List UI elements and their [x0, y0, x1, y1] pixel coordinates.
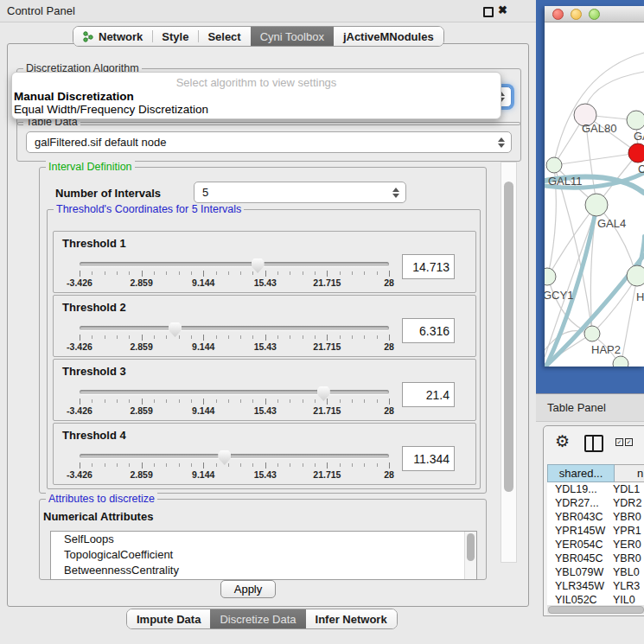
control-panel-titlebar: Control Panel ✖: [0, 0, 536, 22]
node-hap2[interactable]: [584, 326, 600, 341]
cell[interactable]: YBL0: [613, 566, 644, 578]
checkbox-icon[interactable]: ✓: [625, 438, 633, 446]
cell[interactable]: YBR045C: [547, 552, 613, 564]
attributes-group: Attributes to discretize Numerical Attri…: [39, 499, 487, 580]
threshold-4-value-field[interactable]: 11.344: [402, 446, 455, 471]
column-header-name[interactable]: n: [615, 464, 644, 482]
table-row[interactable]: YBL079WYBL0: [547, 565, 644, 579]
tab-infer-network-label: Infer Network: [316, 613, 387, 626]
cell[interactable]: YER0: [613, 539, 644, 551]
gear-icon[interactable]: ⚙: [555, 431, 570, 451]
table-row[interactable]: YDR27...YDR2: [547, 496, 644, 510]
threshold-2-value-field[interactable]: 6.316: [402, 318, 455, 343]
minimize-traffic-light-icon[interactable]: [571, 9, 582, 20]
dropdown-option-manual-discretization[interactable]: Manual Discretization: [12, 90, 501, 103]
node-h[interactable]: [627, 265, 644, 286]
attributes-group-title: Attributes to discretize: [46, 493, 157, 505]
list-item[interactable]: TopologicalCoefficient: [51, 547, 476, 563]
network-window[interactable]: GAL80 GA C GAL11 GAL4 GCY1 H HAP2: [545, 6, 644, 367]
slider-track[interactable]: [80, 454, 389, 458]
slider-track[interactable]: [80, 390, 389, 394]
numerical-attributes-list[interactable]: SelfLoops TopologicalCoefficient Between…: [50, 531, 477, 580]
node-label: GAL80: [582, 122, 616, 135]
slider-track[interactable]: [80, 262, 389, 266]
table-panel-title: Table Panel: [547, 401, 606, 414]
tick-label: 9.144: [192, 341, 214, 352]
scrollbar-thumb[interactable]: [504, 182, 513, 492]
threshold-3-slider[interactable]: -3.426 2.859 9.144 15.43 21.715 28: [80, 386, 389, 418]
tab-style[interactable]: Style: [152, 27, 198, 46]
cell[interactable]: YDR27...: [547, 497, 613, 509]
tick-label: 28: [384, 405, 394, 416]
cell[interactable]: YBL079W: [547, 566, 613, 578]
node-gal11[interactable]: [546, 157, 562, 173]
cell[interactable]: YDL1: [613, 483, 644, 495]
node-label: GAL11: [548, 175, 583, 188]
table-row[interactable]: YBR043CYBR0: [547, 510, 644, 524]
threshold-1-value-field[interactable]: 14.713: [402, 254, 455, 279]
zoom-traffic-light-icon[interactable]: [589, 9, 600, 20]
tab-select[interactable]: Select: [198, 27, 250, 46]
list-item[interactable]: SelfLoops: [51, 532, 476, 547]
cell[interactable]: YDL19...: [547, 483, 613, 495]
tick-label: 28: [384, 277, 394, 288]
tick-label: 21.715: [313, 341, 341, 352]
cell[interactable]: YIL052C: [547, 594, 613, 606]
network-canvas[interactable]: GAL80 GA C GAL11 GAL4 GCY1 H HAP2: [545, 22, 644, 367]
tab-cyni-toolbox[interactable]: Cyni Toolbox: [251, 27, 334, 46]
table-row[interactable]: YDL19...YDL1: [547, 482, 644, 496]
node-label: HAP2: [591, 343, 621, 356]
node-top-right[interactable]: [627, 111, 644, 130]
close-icon[interactable]: ✖: [498, 3, 507, 16]
cell[interactable]: YPR145W: [547, 525, 613, 537]
table-data-combobox[interactable]: galFiltered.sif default node: [26, 131, 512, 153]
tab-select-label: Select: [207, 30, 240, 43]
number-of-intervals-combobox[interactable]: 5: [194, 182, 406, 203]
slider-track[interactable]: [80, 326, 389, 330]
tick-label: 9.144: [192, 469, 214, 480]
cell[interactable]: YDR2: [613, 497, 644, 509]
close-traffic-light-icon[interactable]: [552, 9, 564, 20]
threshold-2-slider[interactable]: -3.426 2.859 9.144 15.43 21.715 28: [80, 322, 389, 354]
cell[interactable]: YBR0: [613, 511, 644, 523]
node-selected-red[interactable]: [628, 143, 644, 163]
cell[interactable]: YIL0: [613, 594, 644, 606]
numerical-attributes-label: Numerical Attributes: [43, 510, 153, 523]
node-label: C: [638, 163, 644, 175]
cell[interactable]: YLR345W: [547, 580, 613, 592]
threshold-1-slider[interactable]: -3.426 2.859 9.144 15.43 21.715 28: [80, 258, 389, 290]
checkbox-icon[interactable]: ✓: [615, 438, 623, 446]
split-columns-icon[interactable]: [584, 435, 603, 452]
cell[interactable]: YBR043C: [547, 511, 613, 523]
threshold-3-value-field[interactable]: 21.4: [402, 382, 455, 407]
table-row[interactable]: YLR345WYLR3: [547, 579, 644, 593]
node-gcy1[interactable]: [545, 268, 556, 285]
threshold-4-slider[interactable]: -3.426 2.859 9.144 15.43 21.715 28: [80, 450, 389, 481]
cell[interactable]: YBR0: [613, 552, 644, 564]
tab-network-label: Network: [99, 30, 143, 43]
table-horizontal-scrollbar[interactable]: [547, 605, 644, 614]
panel-scrollbar[interactable]: [501, 162, 517, 563]
apply-button[interactable]: Apply: [220, 580, 276, 598]
node-gal4[interactable]: [585, 194, 608, 216]
tab-discretize-data[interactable]: Discretize Data: [210, 609, 305, 628]
scrollbar-thumb[interactable]: [467, 533, 475, 561]
table-row[interactable]: YPR145WYPR1: [547, 524, 644, 538]
scrollbar-thumb[interactable]: [548, 606, 644, 614]
tab-network[interactable]: Network: [73, 27, 152, 46]
list-item[interactable]: BetweennessCentrality: [51, 563, 476, 578]
table-row[interactable]: YER054CYER0: [547, 538, 644, 552]
list-scrollbar[interactable]: [464, 532, 476, 579]
cell[interactable]: YER054C: [547, 539, 613, 551]
cell[interactable]: YPR1: [613, 525, 644, 537]
float-window-icon[interactable]: [483, 7, 494, 17]
column-header-shared[interactable]: shared...: [547, 464, 615, 482]
table-row[interactable]: YBR045CYBR0: [547, 552, 644, 565]
cell[interactable]: YLR3: [613, 580, 644, 592]
thresholds-group: Threshold's Coordinates for 5 Intervals …: [47, 209, 481, 489]
tab-jactivemnodules[interactable]: jActiveMNodules: [334, 27, 443, 46]
tab-infer-network[interactable]: Infer Network: [306, 609, 397, 628]
dropdown-option-equal-width-frequency[interactable]: Equal Width/Frequency Discretization: [12, 103, 501, 116]
tab-discretize-data-label: Discretize Data: [220, 613, 296, 626]
tab-impute-data[interactable]: Impute Data: [127, 609, 210, 628]
